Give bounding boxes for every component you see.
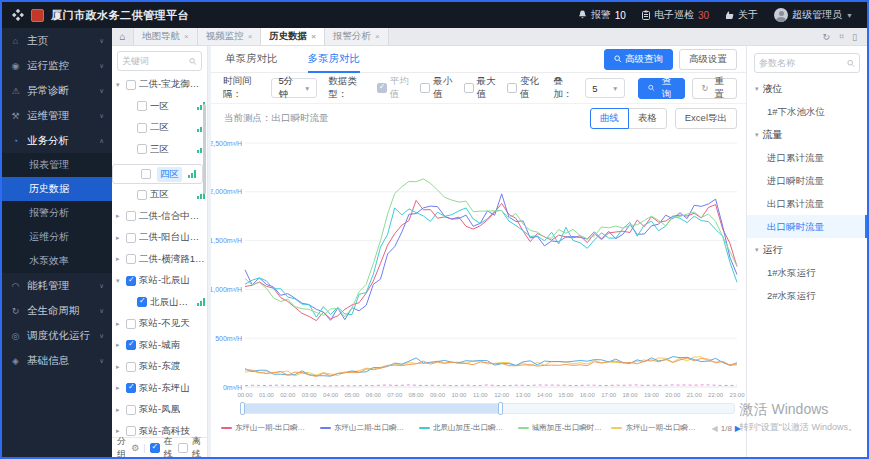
sidebar-subitem[interactable]: 历史数据 <box>2 177 112 201</box>
close-icon[interactable]: × <box>375 32 380 41</box>
dtype-checkbox-平均值[interactable]: 平均值 <box>377 75 412 101</box>
sidebar-subitem[interactable]: 水泵效率 <box>2 249 112 273</box>
sidebar-item[interactable]: ⚠异常诊断∨ <box>2 78 112 103</box>
tree-checkbox[interactable] <box>126 405 136 415</box>
datazoom-slider[interactable] <box>241 403 735 414</box>
fullscreen-icon[interactable]: ⌗ <box>839 31 843 42</box>
param-item[interactable]: 出口累计流量 <box>747 192 867 215</box>
reset-button[interactable]: ↻ 重置 <box>692 78 737 99</box>
tree-checkbox[interactable] <box>126 80 136 90</box>
dtype-checkbox-变化值[interactable]: 变化值 <box>507 75 542 101</box>
legend-item[interactable]: 北辰山加压-出口瞬时流量-平均值 <box>419 423 509 433</box>
expand-arrow-icon[interactable]: ▸ <box>116 341 123 349</box>
advanced-query-button[interactable]: 高级查询 <box>604 49 673 70</box>
close-icon[interactable]: × <box>184 32 189 41</box>
tree-node[interactable]: ▸泵站-高科技 <box>112 421 207 438</box>
close-icon[interactable]: × <box>311 32 316 41</box>
sidebar-item[interactable]: ↻全生命周期∨ <box>2 298 112 323</box>
sidebar-item[interactable]: ◠能耗管理∨ <box>2 273 112 298</box>
tree-checkbox[interactable] <box>137 144 147 154</box>
expand-arrow-icon[interactable]: ▸ <box>116 384 123 392</box>
expand-arrow-icon[interactable]: ▸ <box>116 363 123 371</box>
overlay-select[interactable]: 5▼ <box>585 78 625 98</box>
bookmark-icon[interactable]: ▯ <box>852 32 857 42</box>
param-item[interactable]: 出口瞬时流量 <box>747 215 867 238</box>
expand-arrow-icon[interactable]: ▸ <box>116 320 123 328</box>
sidebar-item[interactable]: ⚒运维管理∨ <box>2 103 112 128</box>
expand-arrow-icon[interactable]: ▸ <box>116 255 123 263</box>
advanced-settings-button[interactable]: 高级设置 <box>679 49 737 70</box>
legend-item[interactable]: 东坪山二期-出口瞬时流量-平均值 <box>320 423 410 433</box>
interval-select[interactable]: 5分钟▼ <box>271 78 317 98</box>
datazoom-window[interactable] <box>242 404 498 413</box>
close-icon[interactable]: × <box>248 32 253 41</box>
tab-multi-pump[interactable]: 多泵房对比 <box>308 46 361 73</box>
sidebar-subitem[interactable]: 运维分析 <box>2 225 112 249</box>
expand-arrow-icon[interactable]: ▸ <box>116 427 123 435</box>
table-view-button[interactable]: 表格 <box>628 108 667 129</box>
tree-checkbox[interactable] <box>126 383 136 393</box>
tree-node[interactable]: ▸泵站-城南 <box>112 335 207 357</box>
tree-checkbox[interactable] <box>137 297 147 307</box>
page-tab[interactable]: 报警分析× <box>325 28 389 45</box>
tree-node[interactable]: 五区 <box>112 184 207 206</box>
datazoom-handle-right[interactable] <box>498 402 503 415</box>
series-line[interactable] <box>245 194 737 320</box>
legend-item[interactable]: 东坪山一期-出口瞬时流量-平均值 <box>221 423 311 433</box>
scrollbar[interactable] <box>203 104 206 194</box>
online-checkbox[interactable] <box>150 443 160 453</box>
tree-node[interactable]: ▸泵站-凤凰 <box>112 399 207 421</box>
tree-node[interactable]: ▸二供-阳台山公寓… <box>112 227 207 249</box>
legend-prev-icon[interactable]: ◀ <box>712 424 718 433</box>
tree-checkbox[interactable] <box>137 190 147 200</box>
query-button[interactable]: 查询 <box>638 78 684 99</box>
param-group[interactable]: ▾液位 <box>747 77 867 100</box>
tree-node[interactable]: ▸泵站-东坪山 <box>112 378 207 400</box>
tree-checkbox[interactable] <box>137 101 147 111</box>
chart-area[interactable]: 0m³/H500m³/H1,000m³/H1,500m³/H2,000m³/H2… <box>211 133 747 401</box>
tree-node[interactable]: ▾二供-宝龙御湖首邸 <box>112 74 207 96</box>
param-search-input[interactable] <box>759 58 845 68</box>
sidebar-item[interactable]: ◈基础信息∨ <box>2 348 112 373</box>
apps-grid-icon[interactable] <box>12 9 24 21</box>
expand-arrow-icon[interactable]: ▸ <box>116 406 123 414</box>
param-item[interactable]: 1#下水池水位 <box>747 100 867 123</box>
home-tab-icon[interactable]: ⌂ <box>112 28 134 45</box>
line-chart[interactable]: 0m³/H500m³/H1,000m³/H1,500m³/H2,000m³/H2… <box>211 133 745 401</box>
sidebar-subitem[interactable]: 报表管理 <box>2 153 112 177</box>
datazoom-handle-left[interactable] <box>240 402 245 415</box>
page-tab[interactable]: 地图导航× <box>134 28 198 45</box>
tree-checkbox[interactable] <box>137 123 147 133</box>
series-line[interactable] <box>245 179 737 317</box>
tree-node[interactable]: ▸泵站-东渡 <box>112 356 207 378</box>
page-tab[interactable]: 视频监控× <box>198 28 262 45</box>
tree-checkbox[interactable] <box>126 426 136 436</box>
tree-node[interactable]: 一区 <box>112 96 207 118</box>
param-item[interactable]: 2#水泵运行 <box>747 284 867 307</box>
tree-checkbox[interactable] <box>126 340 136 350</box>
expand-arrow-icon[interactable]: ▸ <box>116 234 123 242</box>
legend-next-icon[interactable]: ▶ <box>735 424 741 433</box>
sidebar-item[interactable]: ◎调度优化运行∨ <box>2 323 112 348</box>
tree-checkbox[interactable] <box>126 276 136 286</box>
offline-checkbox[interactable] <box>178 443 188 453</box>
about-menu[interactable]: 关于 <box>725 8 758 22</box>
param-search[interactable] <box>754 53 860 73</box>
series-line[interactable] <box>245 358 737 376</box>
expand-arrow-icon[interactable]: ▾ <box>116 81 123 89</box>
expand-arrow-icon[interactable]: ▾ <box>116 277 123 285</box>
param-item[interactable]: 进口累计流量 <box>747 146 867 169</box>
sidebar-item[interactable]: ◉运行监控∨ <box>2 53 112 78</box>
page-tab[interactable]: 历史数据× <box>261 28 325 45</box>
series-line[interactable] <box>245 357 737 377</box>
curve-view-button[interactable]: 曲线 <box>590 108 629 129</box>
tree-node[interactable]: ▸二供-横湾路12号 <box>112 249 207 271</box>
series-line[interactable] <box>245 357 737 376</box>
station-search[interactable] <box>117 51 202 71</box>
alarm-menu[interactable]: 报警 10 <box>578 8 626 22</box>
dtype-checkbox-最大值[interactable]: 最大值 <box>464 75 499 101</box>
sidebar-item[interactable]: ⌂主页∨ <box>2 28 112 53</box>
sidebar-subitem[interactable]: 报警分析 <box>2 201 112 225</box>
tree-node[interactable]: 三区 <box>112 139 207 161</box>
param-item[interactable]: 1#水泵运行 <box>747 261 867 284</box>
